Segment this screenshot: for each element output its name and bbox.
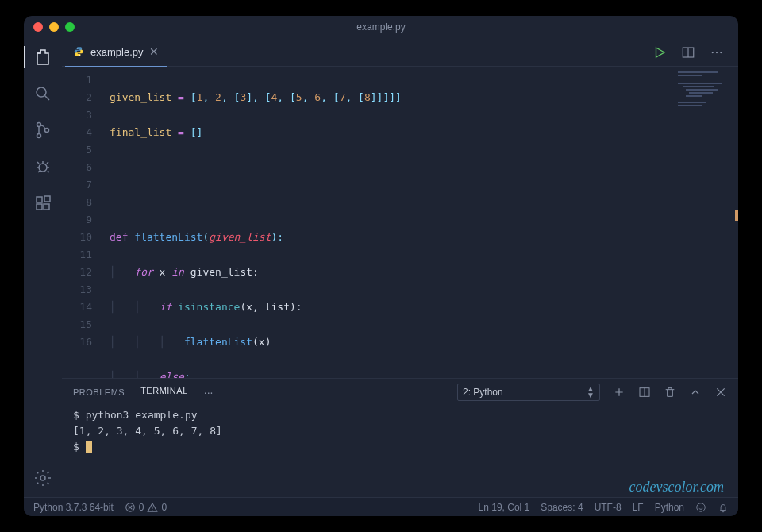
window-title: example.py	[356, 21, 405, 33]
search-icon[interactable]	[32, 83, 54, 105]
svg-rect-8	[44, 196, 50, 202]
line-number: 3	[62, 106, 92, 124]
svg-point-1	[37, 123, 41, 127]
editor[interactable]: 12345678910111213141516 given_list = [1,…	[62, 67, 738, 378]
svg-point-2	[37, 134, 41, 138]
line-number: 11	[62, 246, 92, 264]
close-panel-icon[interactable]	[714, 386, 727, 399]
line-number: 13	[62, 281, 92, 299]
svg-point-14	[716, 51, 718, 52]
line-number: 7	[62, 176, 92, 194]
line-number: 8	[62, 194, 92, 211]
terminal-selector-label: 2: Python	[463, 387, 582, 398]
panel-tab-terminal[interactable]: TERMINAL	[140, 386, 188, 399]
svg-point-3	[45, 129, 49, 133]
line-number: 9	[62, 211, 92, 229]
terminal-line: $ python3 example.py	[73, 407, 727, 423]
split-terminal-icon[interactable]	[638, 386, 651, 399]
select-arrows-icon: ▲▼	[587, 386, 595, 399]
line-number: 6	[62, 159, 92, 176]
tab-example-py[interactable]: example.py ✕	[65, 38, 167, 67]
terminal-line: [1, 2, 3, 4, 5, 6, 7, 8]	[73, 423, 727, 439]
line-number: 2	[62, 89, 92, 106]
svg-rect-5	[37, 197, 42, 202]
code-area[interactable]: given_list = [1, 2, [3], [4, [5, 6, [7, …	[103, 67, 738, 378]
terminal-line: $	[73, 439, 727, 455]
svg-point-13	[712, 51, 714, 52]
svg-point-18	[697, 503, 706, 511]
status-cursor-position[interactable]: Ln 19, Col 1	[479, 502, 530, 513]
debug-icon[interactable]	[32, 156, 54, 178]
line-number: 1	[62, 71, 92, 89]
status-notifications-icon[interactable]	[718, 502, 729, 513]
split-editor-icon[interactable]	[681, 45, 695, 60]
status-eol[interactable]: LF	[633, 502, 644, 513]
maximize-panel-icon[interactable]	[689, 386, 702, 399]
svg-point-15	[720, 51, 722, 52]
traffic-lights	[33, 22, 75, 32]
explorer-icon[interactable]	[32, 46, 54, 68]
terminal-cursor	[86, 441, 92, 453]
minimize-window-button[interactable]	[49, 22, 59, 32]
svg-point-4	[39, 164, 47, 172]
run-icon[interactable]	[652, 45, 667, 60]
panel-more-icon[interactable]: ···	[204, 386, 214, 399]
settings-gear-icon[interactable]	[32, 467, 54, 489]
tab-bar: example.py ✕	[62, 38, 738, 67]
svg-rect-7	[44, 204, 49, 210]
status-feedback-icon[interactable]	[695, 502, 706, 513]
overview-ruler-mark	[735, 210, 738, 221]
status-language[interactable]: Python	[655, 502, 684, 513]
editor-group: example.py ✕ 1234567891011121314151	[62, 38, 738, 497]
panel-tab-problems[interactable]: PROBLEMS	[73, 387, 125, 397]
terminal-selector[interactable]: 2: Python ▲▼	[457, 384, 600, 401]
titlebar: example.py	[24, 16, 738, 38]
minimap[interactable]	[678, 70, 733, 110]
svg-rect-6	[37, 204, 42, 210]
extensions-icon[interactable]	[32, 192, 54, 214]
maximize-window-button[interactable]	[65, 22, 75, 32]
svg-point-10	[77, 48, 78, 48]
line-number-gutter: 12345678910111213141516	[62, 67, 103, 378]
line-number: 4	[62, 124, 92, 141]
line-number: 5	[62, 141, 92, 159]
line-number: 14	[62, 299, 92, 316]
source-control-icon[interactable]	[32, 119, 54, 141]
activity-bar	[24, 38, 62, 497]
editor-actions	[652, 45, 738, 60]
kill-terminal-icon[interactable]	[664, 386, 676, 399]
tab-label: example.py	[90, 46, 143, 58]
close-window-button[interactable]	[33, 22, 43, 32]
python-file-icon	[73, 46, 84, 57]
svg-point-9	[40, 476, 45, 480]
line-number: 10	[62, 229, 92, 246]
vscode-window: example.py	[24, 16, 738, 516]
svg-point-11	[79, 55, 80, 56]
line-number: 15	[62, 316, 92, 333]
status-encoding[interactable]: UTF-8	[595, 502, 622, 513]
status-bar: Python 3.7.3 64-bit 0 0 Ln 19, Col 1 Spa…	[24, 497, 738, 516]
tab-close-icon[interactable]: ✕	[149, 45, 159, 58]
more-actions-icon[interactable]	[710, 45, 724, 60]
status-python-version[interactable]: Python 3.7.3 64-bit	[33, 502, 114, 513]
line-number: 16	[62, 333, 92, 351]
status-indentation[interactable]: Spaces: 4	[541, 502, 583, 513]
status-problems[interactable]: 0 0	[125, 502, 167, 513]
panel-tabbar: PROBLEMS TERMINAL ··· 2: Python ▲▼	[62, 379, 738, 406]
watermark: codevscolor.com	[629, 479, 724, 495]
new-terminal-icon[interactable]	[613, 386, 625, 399]
window-body: example.py ✕ 1234567891011121314151	[24, 38, 738, 497]
line-number: 12	[62, 264, 92, 281]
svg-point-0	[37, 87, 46, 97]
